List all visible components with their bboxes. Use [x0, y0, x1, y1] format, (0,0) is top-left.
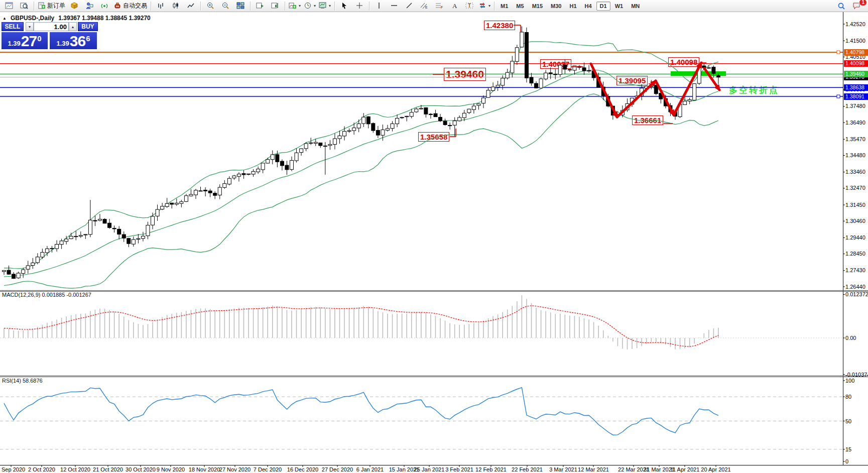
channel-button[interactable]: E: [417, 1, 431, 11]
dropdown-arrow-icon[interactable]: ▾: [314, 4, 316, 8]
price-label-box[interactable]: 1.36661: [632, 115, 663, 125]
template-button[interactable]: ▾: [318, 1, 332, 11]
terminal-button[interactable]: [82, 1, 96, 11]
candle-body: [477, 104, 480, 105]
svg-text:F: F: [441, 6, 443, 9]
new-order-label: 新订单: [47, 2, 65, 10]
autotrading-button[interactable]: 自动交易: [112, 1, 148, 11]
date-label: 18 Nov 2020: [189, 466, 220, 472]
search-icon[interactable]: [834, 1, 848, 11]
fibonacci-button[interactable]: F: [432, 1, 446, 11]
price-tick-label: 1.36490: [845, 120, 865, 126]
vline-button[interactable]: [372, 1, 386, 11]
profiles-icon: [20, 2, 28, 10]
candle-body: [218, 187, 221, 195]
line-chart-button[interactable]: [184, 1, 198, 11]
text-button[interactable]: A: [447, 1, 461, 11]
shapes-button[interactable]: ▾: [477, 1, 491, 11]
new-order-button[interactable]: 新订单: [37, 1, 66, 11]
trend-arrow[interactable]: [617, 81, 656, 117]
collapse-triangle-icon[interactable]: ▲: [3, 16, 7, 21]
timeframe-m15[interactable]: M15: [529, 2, 546, 11]
chart-shift-icon: [271, 2, 279, 10]
sell-button[interactable]: SELL: [2, 22, 24, 31]
candle-body: [45, 249, 49, 253]
price-label-box[interactable]: 1.42380: [484, 21, 515, 30]
price-label-box[interactable]: 1.39460: [444, 68, 486, 81]
label-button[interactable]: T: [462, 1, 476, 11]
timeframe-h4[interactable]: H4: [581, 2, 595, 11]
trend-arrow[interactable]: [704, 68, 719, 90]
timeframe-mn[interactable]: MN: [628, 2, 643, 11]
candle-body: [319, 143, 322, 145]
profiles-button[interactable]: [17, 1, 31, 11]
dropdown-arrow-icon[interactable]: ▾: [329, 4, 331, 8]
bar-chart-button[interactable]: [154, 1, 168, 11]
hline-button[interactable]: [387, 1, 401, 11]
timeframe-m5[interactable]: M5: [513, 2, 527, 11]
volume-input[interactable]: [34, 22, 69, 31]
tile-windows-button[interactable]: [233, 1, 247, 11]
candle-body: [467, 109, 471, 112]
green-bar[interactable]: [671, 71, 726, 76]
timeframe-d1[interactable]: D1: [596, 2, 610, 11]
volume-increase-button[interactable]: ▲: [69, 22, 77, 31]
chart-shift-button[interactable]: [268, 1, 282, 11]
candle-body: [223, 184, 226, 188]
candle-body: [161, 206, 164, 209]
indicators-button[interactable]: ▾: [288, 1, 302, 11]
timeframe-m1[interactable]: M1: [497, 2, 512, 11]
volume-decrease-button[interactable]: ▼: [26, 22, 34, 31]
rsi-axis-value: 0: [845, 458, 848, 464]
buy-price-display[interactable]: 1.39 36 6: [50, 32, 97, 49]
signals-button[interactable]: [97, 1, 111, 11]
price-label-box[interactable]: 1.35658: [418, 132, 449, 142]
candle-body: [3, 271, 6, 272]
green-rectangle-annotation[interactable]: [671, 71, 726, 76]
buy-button[interactable]: BUY: [78, 22, 98, 31]
trend-arrow[interactable]: [591, 64, 617, 117]
mt4-window: 新订单自动交易▾▾▾EFAT▾M1M5M15M30H1H4D1W1MN1 ▲ G…: [0, 0, 868, 473]
trendline-button[interactable]: [402, 1, 416, 11]
cursor-button[interactable]: [337, 1, 351, 11]
trend-arrow[interactable]: [674, 63, 701, 115]
dropdown-arrow-icon[interactable]: ▾: [488, 4, 490, 8]
auto-scroll-button[interactable]: [253, 1, 267, 11]
chart-window-button[interactable]: [2, 1, 16, 11]
candlestick-chart-button[interactable]: [169, 1, 183, 11]
timeframe-w1[interactable]: W1: [611, 2, 627, 11]
candle-body: [544, 73, 548, 79]
trend-arrow[interactable]: [656, 81, 674, 115]
candle-body: [702, 66, 706, 68]
buy-price-small: 1.39: [56, 40, 69, 47]
date-label: 7 Dec 2020: [254, 466, 282, 472]
market-box-button[interactable]: [67, 1, 81, 11]
timeframe-h1[interactable]: H1: [566, 2, 580, 11]
candle-body: [165, 203, 169, 206]
crosshair-button[interactable]: [352, 1, 366, 11]
sell-price-display[interactable]: 1.39 27 0: [2, 32, 48, 49]
zoom-in-button[interactable]: [203, 1, 217, 11]
bull-bear-turning-point-text[interactable]: 多空转折点: [729, 84, 779, 96]
price-label-box[interactable]: 1.40098: [668, 57, 699, 67]
pane-frames: [0, 12, 868, 467]
timeframe-m30[interactable]: M30: [547, 2, 565, 11]
candle-body: [98, 219, 102, 220]
candle-body: [491, 87, 495, 90]
candle-body: [180, 202, 183, 204]
candle-body: [472, 106, 475, 109]
price-label-box[interactable]: 1.39095: [616, 76, 648, 85]
dropdown-arrow-icon[interactable]: ▾: [299, 4, 301, 8]
price-label-box[interactable]: 1.40037: [540, 59, 571, 69]
notifications-button[interactable]: 1: [849, 1, 863, 11]
line-handle[interactable]: [837, 51, 840, 54]
price-tick-label: 1.33460: [845, 169, 865, 175]
svg-text:A: A: [452, 2, 457, 9]
rsi-plot: [0, 381, 845, 461]
candle-body: [716, 76, 720, 77]
candle-body: [65, 239, 68, 242]
periods-button[interactable]: ▾: [303, 1, 317, 11]
line-handle[interactable]: [837, 95, 840, 98]
zoom-out-button[interactable]: [218, 1, 232, 11]
date-label: 12 Mar 2021: [578, 466, 609, 472]
